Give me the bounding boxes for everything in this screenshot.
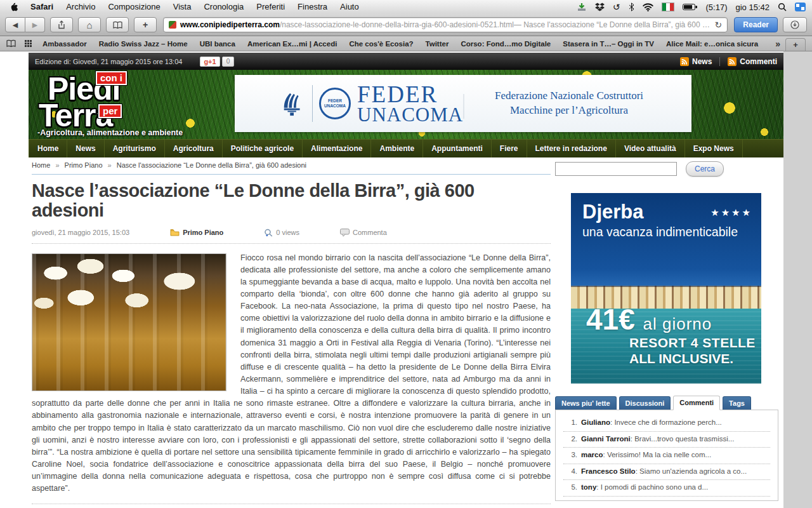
comment-item[interactable]: 5. tony: I pomodi di pachino sono una d.…: [563, 480, 770, 497]
nav-politiche-agricole[interactable]: Politiche agricole: [223, 140, 303, 157]
ad-price: 41€ al giorno: [586, 305, 712, 334]
menu-cronologia[interactable]: Cronologia: [197, 0, 250, 14]
battery-icon[interactable]: [683, 3, 698, 11]
nav-ambiente[interactable]: Ambiente: [371, 140, 423, 157]
add-bookmark-button[interactable]: +: [134, 17, 157, 32]
article-category[interactable]: Primo Piano: [183, 229, 223, 236]
spaces-icon[interactable]: [795, 3, 806, 11]
menu-vista[interactable]: Vista: [167, 0, 198, 14]
time-machine-icon[interactable]: ↺: [613, 3, 620, 11]
wifi-icon[interactable]: [643, 3, 653, 11]
bookmarks-button[interactable]: [106, 17, 129, 32]
comment-excerpt: : Bravi...trovo questa trasmissi...: [631, 435, 735, 443]
apple-menu[interactable]: [6, 2, 24, 12]
article-column: Home » Primo Piano » Nasce l'associazion…: [32, 161, 551, 508]
comment-item[interactable]: 2. Gianni Tarroni: Bravi...trovo questa …: [563, 432, 770, 448]
rss-comments-link[interactable]: Commenti: [728, 57, 777, 66]
bookmark-ambassador[interactable]: Ambassador: [43, 40, 87, 48]
sidebar: Cerca Djerba ★★★★ una vacanza indimentic…: [555, 161, 778, 508]
reload-icon[interactable]: ↻: [715, 20, 723, 30]
tab-discussioni[interactable]: Discussioni: [619, 396, 671, 410]
comment-author: Francesco Stilo: [581, 467, 636, 475]
menu-archivio[interactable]: Archivio: [60, 0, 102, 14]
reader-button[interactable]: Reader: [734, 17, 778, 32]
new-tab-button[interactable]: +: [785, 38, 806, 51]
bookmarks-overflow-chevron[interactable]: »: [770, 39, 785, 49]
nav-news[interactable]: News: [67, 140, 104, 157]
bookmark-radio-swiss[interactable]: Radio Swiss Jazz – Home: [99, 40, 188, 48]
rss-news-link[interactable]: News: [680, 57, 712, 66]
mac-menubar: Safari Archivio Composizione Vista Crono…: [0, 0, 812, 15]
nav-home[interactable]: Home: [29, 140, 67, 157]
nav-appuntamenti[interactable]: Appuntamenti: [423, 140, 492, 157]
article-meta: giovedì, 21 maggio 2015, 15:03 Primo Pia…: [32, 224, 551, 244]
breadcrumb-primo-piano[interactable]: Primo Piano: [65, 161, 103, 169]
bookmark-ecosia[interactable]: Che cos'è Ecosia?: [349, 40, 413, 48]
article-body: Fiocco rosa nel mondo birrario con la na…: [32, 252, 551, 495]
address-bar[interactable]: www.conipiediperterra.com/nasce-lassocia…: [163, 17, 728, 32]
nav-agricoltura[interactable]: Agricoltura: [165, 140, 223, 157]
banner-right-text: Federazione Nazionale Costruttori Macchi…: [464, 89, 674, 118]
bookmark-american-ex[interactable]: American Ex…mi | Accedi: [247, 40, 337, 48]
menu-finestra[interactable]: Finestra: [291, 0, 334, 14]
back-button[interactable]: ◀: [5, 17, 25, 32]
nav-fiere[interactable]: Fiere: [492, 140, 527, 157]
bookmark-stasera[interactable]: Stasera in T…– Oggi in TV: [563, 40, 654, 48]
site-topbar: Edizione di: Giovedì, 21 maggio 2015 ore…: [29, 53, 783, 70]
browser-toolbar: ◀ ▶ ⌂ + www.conipiediperterra.com/nasce-…: [0, 14, 812, 36]
tab-tags[interactable]: Tags: [723, 396, 751, 410]
menu-aiuto[interactable]: Aiuto: [334, 0, 365, 14]
menu-composizione[interactable]: Composizione: [102, 0, 166, 14]
tab-commenti[interactable]: Commenti: [673, 396, 720, 410]
search-input[interactable]: [555, 162, 677, 176]
nav-expo-news[interactable]: Expo News: [685, 140, 743, 157]
ad-subtitle: una vacanza indimenticabile: [582, 225, 738, 239]
menu-safari[interactable]: Safari: [24, 0, 60, 14]
topbar-rss-links: News Commenti: [680, 57, 777, 66]
views-count: 0 views: [276, 229, 299, 236]
top-sites-icon[interactable]: [25, 40, 34, 48]
forward-button[interactable]: ▶: [25, 17, 45, 32]
breadcrumb-separator: »: [55, 161, 59, 169]
breadcrumb: Home » Primo Piano » Nasce l'associazion…: [32, 161, 551, 175]
comment-item[interactable]: 1. Giuliano: Invece che di formazione pe…: [563, 415, 770, 432]
bookmark-alice-mail[interactable]: Alice Mail: e…onica sicura: [666, 40, 758, 48]
ad-inclusive-line: ALL INCLUSIVE.: [629, 351, 733, 366]
share-button[interactable]: [50, 17, 73, 32]
downloads-button[interactable]: [783, 17, 807, 32]
djerba-ad-banner[interactable]: Djerba ★★★★ una vacanza indimenticabile …: [571, 193, 761, 384]
nav-video-attualita[interactable]: Video attualità: [616, 140, 685, 157]
comment-item[interactable]: 3. marco: Verissimo! Ma la cia nelle com…: [563, 448, 770, 464]
sidebar-tabs: News piu' lette Discussioni Commenti Tag…: [555, 396, 778, 410]
gplus-button[interactable]: g+1: [200, 57, 219, 67]
breadcrumb-home[interactable]: Home: [32, 161, 50, 169]
spotlight-icon[interactable]: [778, 3, 787, 11]
federunacoma-banner[interactable]: FEDER UNACOMA FEDER UNACOMA Federazione …: [235, 75, 691, 132]
nav-lettere[interactable]: Lettere in redazione: [527, 140, 616, 157]
bluetooth-icon[interactable]: [629, 3, 634, 11]
menubar-clock[interactable]: gio 15:42: [736, 3, 770, 12]
breadcrumb-current: Nasce l'associazione “Le Donne della Bir…: [117, 161, 306, 169]
comment-link[interactable]: Commenta: [353, 229, 387, 236]
dropbox-icon[interactable]: [595, 3, 605, 11]
search-button[interactable]: Cerca: [686, 161, 724, 177]
bookmark-ubi-banca[interactable]: UBI banca: [200, 40, 235, 48]
gplus-count: 0: [222, 57, 235, 67]
comment-item[interactable]: 4. Francesco Stilo: Siamo un'azienda agr…: [563, 464, 770, 481]
download-status-icon[interactable]: [577, 3, 587, 11]
menu-preferiti[interactable]: Preferiti: [250, 0, 291, 14]
keyboard-layout-flag-icon[interactable]: [662, 3, 674, 11]
nav-alimentazione[interactable]: Alimentazione: [303, 140, 371, 157]
breadcrumb-separator: »: [108, 161, 112, 169]
nav-agriturismo[interactable]: Agriturismo: [105, 140, 165, 157]
article-date: giovedì, 21 maggio 2015, 15:03: [32, 229, 129, 236]
gplus-widget[interactable]: g+1 0: [200, 57, 234, 67]
comment-number: 4.: [563, 467, 577, 477]
comment-number: 1.: [563, 418, 577, 428]
home-button[interactable]: ⌂: [78, 17, 101, 32]
bookmark-twitter[interactable]: Twitter: [426, 40, 449, 48]
reading-list-icon[interactable]: [6, 39, 16, 48]
comment-number: 5.: [563, 483, 577, 493]
tab-news-piu-lette[interactable]: News piu' lette: [555, 396, 617, 410]
bookmark-corso[interactable]: Corso: Fond…mo Digitale: [461, 40, 551, 48]
